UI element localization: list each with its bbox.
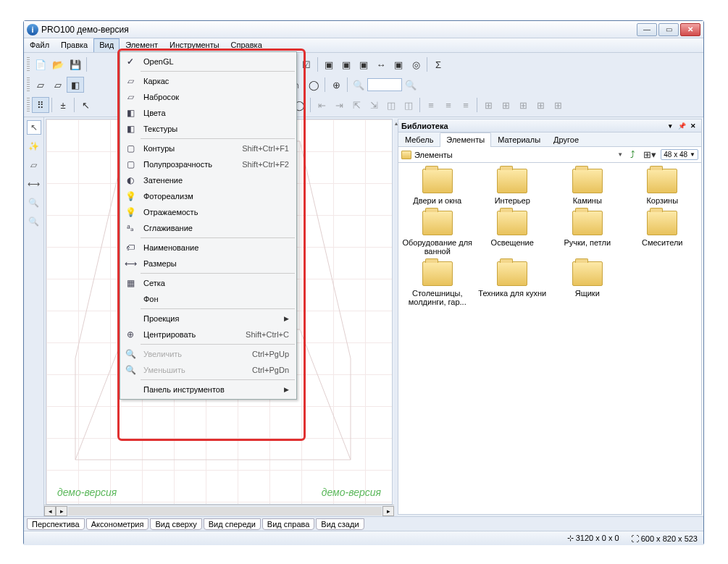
menu-element[interactable]: Элемент <box>120 38 164 52</box>
menu-item-затенение[interactable]: ◐Затенение <box>120 172 296 188</box>
folder-освещение[interactable]: Освещение <box>477 211 549 256</box>
vtab-axonometry[interactable]: Аксонометрия <box>86 518 149 530</box>
tab-furniture[interactable]: Мебель <box>398 132 440 146</box>
menu-help[interactable]: Справка <box>225 38 268 52</box>
d2-icon: ≡ <box>440 97 457 113</box>
menu-item-размеры[interactable]: ⟷Размеры <box>120 256 296 272</box>
light-icon[interactable]: ✨ <box>27 139 41 153</box>
menu-item-фотореализм[interactable]: 💡Фотореализм <box>120 188 296 204</box>
menu-item-полупрозрачность[interactable]: ▢ПолупрозрачностьShift+Ctrl+F2 <box>120 156 296 172</box>
path-name[interactable]: Элементы <box>414 151 614 159</box>
dots-icon[interactable]: ⠿ <box>32 97 49 113</box>
menu-file[interactable]: Файл <box>24 38 55 52</box>
tool2-icon[interactable]: ▣ <box>338 56 355 72</box>
menu-item-набросок[interactable]: ▱Набросок <box>120 89 296 105</box>
library-panel: Библиотека ▾ 📌 ✕ Мебель Элементы Материа… <box>398 119 702 515</box>
up-folder-icon[interactable]: ⤴ <box>626 147 639 163</box>
folder-техника-для-кухни[interactable]: Техника для кухни <box>477 261 549 306</box>
zoom-icon: 🔍 <box>350 77 367 93</box>
folder-оборудование-для-ванной[interactable]: Оборудование для ванной <box>401 211 474 256</box>
folder-ящики[interactable]: Ящики <box>551 261 624 306</box>
path-dropdown-icon[interactable]: ▼ <box>617 151 623 158</box>
new-icon[interactable]: 📄 <box>32 56 49 72</box>
c4-icon: ⊞ <box>532 97 549 113</box>
tool4-icon[interactable]: ▣ <box>390 56 407 72</box>
folder-интерьер[interactable]: Интерьер <box>477 169 549 205</box>
menu-edit[interactable]: Правка <box>55 38 93 52</box>
menu-item-панель-инструментов[interactable]: Панель инструментов▶ <box>120 382 296 397</box>
tab-elements[interactable]: Элементы <box>440 132 491 147</box>
shape-icon[interactable]: ▱ <box>27 158 41 172</box>
dim-icon[interactable]: ↔ <box>372 56 390 72</box>
lib-menu-icon[interactable]: ▾ <box>665 121 675 131</box>
pm-icon[interactable]: ± <box>54 97 72 113</box>
vtab-right[interactable]: Вид справа <box>262 518 315 530</box>
menu-item-фон[interactable]: Фон <box>120 291 296 307</box>
vtab-back[interactable]: Вид сзади <box>316 518 364 530</box>
ring-icon[interactable]: ◎ <box>407 56 424 72</box>
menu-view[interactable]: Вид <box>93 38 120 52</box>
menu-item-отражаемость[interactable]: 💡Отражаемость <box>120 204 296 220</box>
tab-materials[interactable]: Материалы <box>491 132 547 146</box>
menu-item-opengl[interactable]: ✓OpenGL <box>120 54 296 70</box>
cube1-icon[interactable]: ▱ <box>32 77 49 93</box>
folder-смесители[interactable]: Смесители <box>627 211 699 256</box>
vtab-top[interactable]: Вид сверху <box>150 518 201 530</box>
open-icon[interactable]: 📂 <box>49 56 67 72</box>
c5-icon: ⊞ <box>549 97 566 113</box>
app-icon: i <box>27 24 38 35</box>
folder-корзины[interactable]: Корзины <box>627 169 699 205</box>
status-size: ⛶ 600 x 820 x 523 <box>631 534 698 543</box>
target-icon[interactable]: ⊕ <box>327 77 345 93</box>
lib-close-icon[interactable]: ✕ <box>688 121 698 131</box>
menu-item-увеличить: 🔍УвеличитьCtrl+PgUp <box>120 346 296 362</box>
menu-item-центрировать[interactable]: ⊕ЦентрироватьShift+Ctrl+C <box>120 327 296 342</box>
close-button[interactable]: ✕ <box>680 23 700 36</box>
check-icon[interactable]: ☑ <box>298 56 315 72</box>
maximize-button[interactable]: ▭ <box>658 23 679 36</box>
c1-icon: ⊞ <box>480 97 497 113</box>
tab-other[interactable]: Другое <box>547 132 585 146</box>
menu-item-сглаживание[interactable]: ªₐСглаживание <box>120 220 296 236</box>
h-scrollbar[interactable]: ◂▸ ▸ <box>44 505 394 516</box>
vtab-perspective[interactable]: Перспектива <box>27 518 85 530</box>
tool3-icon[interactable]: ▣ <box>355 56 372 72</box>
lib-pin-icon[interactable]: 📌 <box>677 121 687 131</box>
left-toolbar: ↖ ✨ ▱ ⟷ 🔍 🔍 <box>24 117 44 516</box>
folder-камины[interactable]: Камины <box>551 169 624 205</box>
menu-item-каркас[interactable]: ▱Каркас <box>120 73 296 89</box>
c2-icon: ⊞ <box>497 97 514 113</box>
al6-icon: ◫ <box>400 97 417 113</box>
thumb-size[interactable]: 48 x 48▼ <box>661 149 698 160</box>
save-icon[interactable]: 💾 <box>67 56 84 72</box>
menu-item-наименование[interactable]: 🏷Наименование <box>120 240 296 256</box>
sigma-icon[interactable]: Σ <box>430 56 447 72</box>
menu-tools[interactable]: Инструменты <box>164 38 225 52</box>
menu-item-цвета[interactable]: ◧Цвета <box>120 105 296 121</box>
zoom-field[interactable] <box>367 78 402 91</box>
al1-icon: ⇤ <box>313 97 330 113</box>
folder-icon <box>401 151 411 159</box>
snap-icon[interactable]: ◯ <box>305 77 322 93</box>
folder-ручки-петли[interactable]: Ручки, петли <box>551 211 624 256</box>
minimize-button[interactable]: — <box>637 23 657 36</box>
app-window: i PRO100 демо-версия — ▭ ✕ Файл Правка В… <box>23 20 704 545</box>
folder-столешницы-молдинги-гар-[interactable]: Столешницы, молдинги, гар... <box>401 261 474 306</box>
cube2-icon[interactable]: ▱ <box>49 77 67 93</box>
menu-item-проекция[interactable]: Проекция▶ <box>120 311 296 327</box>
cube3-icon[interactable]: ◧ <box>67 77 84 93</box>
menu-item-текстуры[interactable]: ◧Текстуры <box>120 121 296 137</box>
status-position: ⊹ 3120 x 0 x 0 <box>567 534 619 543</box>
tool-icon[interactable]: ▣ <box>320 56 338 72</box>
menu-item-контуры[interactable]: ▢КонтурыShift+Ctrl+F1 <box>120 140 296 156</box>
folder-двери-и-окна[interactable]: Двери и окна <box>401 169 474 205</box>
menu-item-сетка[interactable]: ▦Сетка <box>120 275 296 291</box>
view-mode-icon[interactable]: ⊞▾ <box>642 147 658 163</box>
vtab-front[interactable]: Вид спереди <box>204 518 261 530</box>
window-title: PRO100 демо-версия <box>41 25 637 35</box>
cursor-icon[interactable]: ↖ <box>77 97 94 113</box>
library-title: Библиотека <box>401 122 448 130</box>
al3-icon: ⇱ <box>348 97 365 113</box>
dim2-icon[interactable]: ⟷ <box>27 177 41 191</box>
pointer-icon[interactable]: ↖ <box>27 120 41 135</box>
